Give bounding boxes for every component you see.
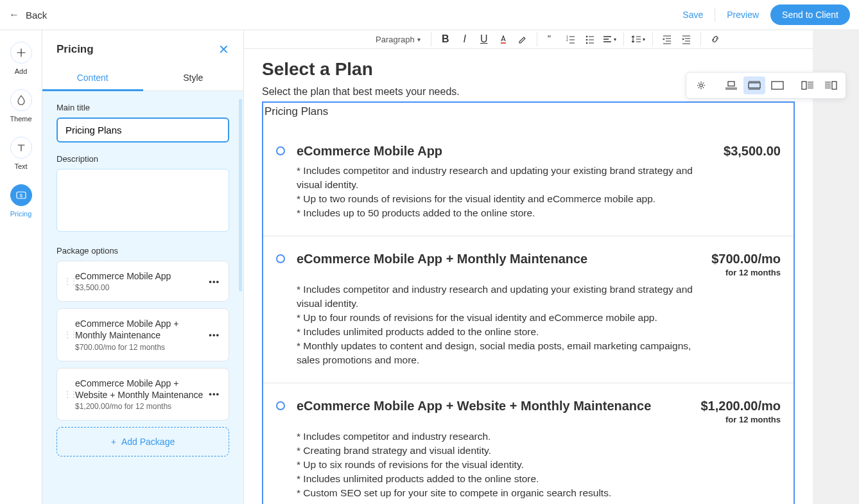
panel-tabs: Content Style (42, 65, 243, 91)
separator (431, 32, 431, 46)
block-floating-toolbar (686, 72, 846, 99)
panel-body-scroll[interactable]: Main title Description Package options ⋮… (42, 91, 243, 504)
layout-option-1[interactable] (720, 76, 742, 94)
indent-decrease-button[interactable] (658, 30, 676, 48)
plan-radio[interactable] (276, 146, 285, 155)
package-card[interactable]: ⋮⋮ eCommerce Mobile App + Monthly Mainte… (56, 308, 229, 361)
svg-point-8 (586, 42, 587, 44)
separator (537, 32, 537, 46)
bullet: * Includes competitor and industry resea… (297, 282, 707, 311)
rail-item-add[interactable]: Add (10, 42, 32, 75)
add-package-button[interactable]: + Add Package (56, 427, 229, 456)
line-spacing-button[interactable]: ▾ (629, 30, 647, 48)
panel-title: Pricing (56, 43, 94, 56)
plan-radio[interactable] (276, 401, 285, 410)
topbar: ← Back Save Preview Send to Client (0, 0, 859, 30)
back-button[interactable]: ← Back (9, 9, 47, 21)
paragraph-style-dropdown[interactable]: Paragraph ▾ (370, 32, 426, 47)
bullet: * Up to two rounds of revisions for the … (297, 192, 707, 206)
plan-name: eCommerce Mobile App + Monthly Maintenan… (297, 252, 587, 266)
wrap-right-button[interactable] (820, 76, 842, 94)
layout-option-2[interactable] (743, 76, 765, 94)
plan-name: eCommerce Mobile App + Website + Monthly… (297, 399, 651, 413)
svg-rect-13 (802, 82, 806, 89)
bullet: * Monthly updates to content and design,… (297, 339, 707, 367)
bullet: * Up to six rounds of revisions for the … (297, 458, 707, 472)
drag-handle-icon[interactable]: ⋮⋮ (64, 330, 71, 339)
drag-handle-icon[interactable]: ⋮⋮ (64, 390, 71, 399)
package-name: eCommerce Mobile App (75, 270, 205, 282)
plan-bullets: * Includes competitor and industry resea… (297, 430, 707, 500)
svg-text:": " (548, 34, 551, 44)
main-title-input[interactable] (56, 117, 229, 143)
package-price: $1,200.00/mo for 12 months (75, 402, 205, 411)
rail-label: Theme (10, 115, 31, 123)
more-icon[interactable]: ••• (209, 277, 220, 286)
link-button[interactable] (706, 30, 724, 48)
indent-increase-button[interactable] (677, 30, 695, 48)
text-color-button[interactable] (494, 30, 512, 48)
preview-link[interactable]: Preview (727, 10, 759, 20)
save-link[interactable]: Save (682, 10, 703, 20)
plan-radio[interactable] (276, 254, 285, 263)
left-rail: Add Theme Text $ Pricing (0, 30, 42, 504)
svg-rect-10 (728, 82, 734, 86)
layout-option-3[interactable] (767, 76, 788, 94)
numbered-list-button[interactable]: 12 (562, 30, 580, 48)
back-label: Back (26, 10, 47, 21)
document: Select a Plan Select the plan that best … (244, 49, 813, 504)
rail-item-pricing[interactable]: $ Pricing (10, 184, 32, 218)
arrow-left-icon: ← (9, 9, 19, 21)
divider (715, 8, 715, 22)
package-name: eCommerce Mobile App + Website + Monthly… (75, 378, 205, 401)
close-icon[interactable]: ✕ (218, 42, 229, 57)
send-to-client-button[interactable]: Send to Client (770, 4, 850, 25)
description-input[interactable] (56, 169, 229, 232)
plus-icon (10, 42, 32, 64)
droplet-icon (10, 89, 32, 111)
drag-handle-icon[interactable]: ⋮⋮ (64, 277, 71, 286)
package-card[interactable]: ⋮⋮ eCommerce Mobile App + Website + Mont… (56, 368, 229, 421)
plan-price: $3,500.00 (724, 144, 781, 159)
italic-button[interactable]: I (456, 30, 474, 48)
quote-button[interactable]: " (542, 30, 560, 48)
bullet: * Includes up to 50 products added to th… (297, 206, 707, 220)
block-settings-button[interactable] (690, 76, 712, 94)
rail-label: Pricing (10, 210, 32, 218)
bullet: * Creating brand strategy and visual ide… (297, 444, 707, 458)
tab-content[interactable]: Content (42, 65, 143, 91)
pricing-block-title: Pricing Plans (263, 103, 794, 125)
rail-item-text[interactable]: Text (10, 137, 32, 170)
align-button[interactable]: ▾ (600, 30, 618, 48)
rail-item-theme[interactable]: Theme (10, 89, 31, 123)
scrollbar[interactable] (239, 99, 242, 291)
pricing-icon: $ (10, 184, 32, 206)
highlight-button[interactable] (514, 30, 532, 48)
svg-rect-2 (501, 42, 506, 44)
svg-rect-14 (832, 82, 837, 89)
svg-point-9 (700, 84, 702, 87)
chevron-down-icon: ▾ (417, 36, 421, 43)
bullet: * Includes competitor and industry resea… (297, 430, 707, 444)
more-icon[interactable]: ••• (209, 389, 220, 399)
bullet-list-button[interactable] (581, 30, 599, 48)
package-card[interactable]: ⋮⋮ eCommerce Mobile App $3,500.00 ••• (56, 261, 229, 302)
editor-toolbar: Paragraph ▾ B I U " 12 (244, 30, 813, 49)
paragraph-label: Paragraph (376, 35, 415, 44)
tab-style[interactable]: Style (143, 65, 244, 91)
wrap-left-button[interactable] (797, 76, 819, 94)
bold-button[interactable]: B (437, 30, 455, 48)
panel-header: Pricing ✕ (42, 30, 243, 65)
plan-row: eCommerce Mobile App + Monthly Maintenan… (263, 236, 794, 383)
pricing-block[interactable]: Pricing Plans eCommerce Mobile App $3,50… (262, 101, 795, 504)
svg-rect-12 (772, 82, 783, 89)
text-icon (10, 137, 32, 159)
plan-row: eCommerce Mobile App $3,500.00 * Include… (263, 125, 794, 236)
plan-list: eCommerce Mobile App $3,500.00 * Include… (263, 125, 794, 504)
plan-price: $1,200.00/mo (700, 399, 781, 413)
plan-row: eCommerce Mobile App + Website + Monthly… (263, 383, 794, 504)
more-icon[interactable]: ••• (209, 330, 220, 340)
settings-panel: Pricing ✕ Content Style Main title Descr… (42, 30, 244, 504)
underline-button[interactable]: U (475, 30, 493, 48)
canvas: Paragraph ▾ B I U " 12 (244, 30, 859, 504)
